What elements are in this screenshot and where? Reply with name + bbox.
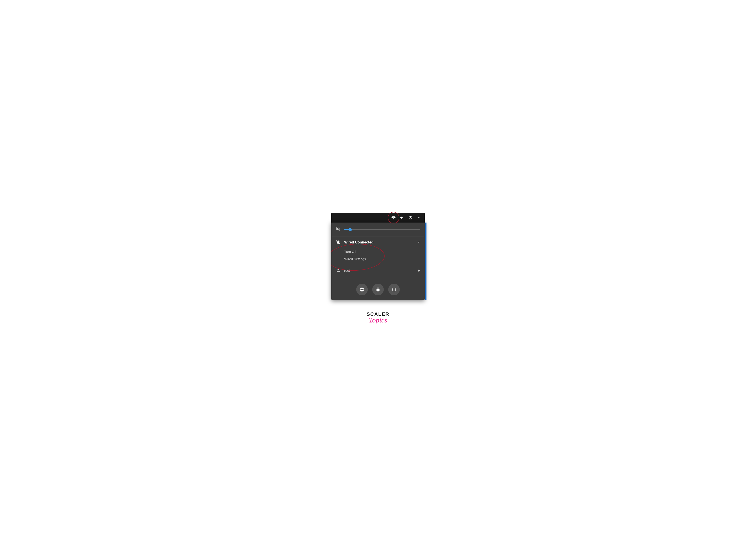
- network-wired-icon: [336, 240, 341, 245]
- volume-slider-thumb[interactable]: [349, 228, 352, 231]
- dropdown-panel: Wired Connected ▼ Turn Off Wired Setting…: [331, 223, 425, 300]
- svg-point-5: [392, 217, 393, 218]
- volume-mute-svg: [336, 227, 341, 231]
- volume-svg-icon: [400, 215, 404, 220]
- user-submenu-arrow: ▶: [418, 269, 420, 272]
- bottom-actions: [331, 280, 425, 300]
- settings-icon: [359, 287, 364, 292]
- network-options: Turn Off Wired Settings: [331, 248, 425, 265]
- taskbar: [331, 213, 425, 223]
- network-chevron-icon[interactable]: ▼: [418, 241, 420, 244]
- screenshot-wrapper: Wired Connected ▼ Turn Off Wired Setting…: [318, 199, 438, 337]
- wired-settings-option[interactable]: Wired Settings: [344, 255, 420, 263]
- wired-connected-icon: [336, 240, 341, 245]
- power-off-icon: [392, 287, 397, 292]
- scaler-logo: SCALER Topics: [367, 311, 389, 324]
- network-header[interactable]: Wired Connected ▼: [331, 237, 425, 248]
- taskbar-dropdown-icon[interactable]: [415, 214, 423, 221]
- svg-point-6: [395, 217, 395, 218]
- settings-button[interactable]: [356, 284, 368, 295]
- volume-section: [331, 223, 425, 236]
- dropdown-arrow-icon: [417, 216, 421, 219]
- lock-icon: [376, 287, 380, 292]
- user-svg-icon: [336, 268, 341, 272]
- taskbar-power-icon[interactable]: [407, 214, 414, 221]
- network-svg-icon: [391, 215, 396, 220]
- power-button[interactable]: [388, 284, 400, 295]
- network-section: Wired Connected ▼ Turn Off Wired Setting…: [331, 237, 425, 265]
- turn-off-option[interactable]: Turn Off: [344, 248, 420, 255]
- svg-point-7: [393, 216, 394, 217]
- bottom-spacer: [331, 276, 425, 280]
- system-panel: Wired Connected ▼ Turn Off Wired Setting…: [331, 213, 425, 300]
- blue-accent-bar: [425, 223, 427, 300]
- svg-point-4: [393, 219, 394, 220]
- power-svg-icon: [408, 215, 413, 220]
- user-avatar-icon: [336, 268, 341, 272]
- volume-slider[interactable]: [344, 229, 420, 230]
- scaler-bottom-text: Topics: [369, 316, 387, 324]
- user-name-label: root: [344, 268, 415, 272]
- user-section[interactable]: root ▶: [331, 265, 425, 276]
- volume-mute-icon[interactable]: [336, 227, 341, 232]
- network-title: Wired Connected: [344, 240, 414, 244]
- lock-button[interactable]: [372, 284, 384, 295]
- taskbar-network-icon[interactable]: [390, 214, 397, 221]
- taskbar-volume-icon[interactable]: [398, 214, 405, 221]
